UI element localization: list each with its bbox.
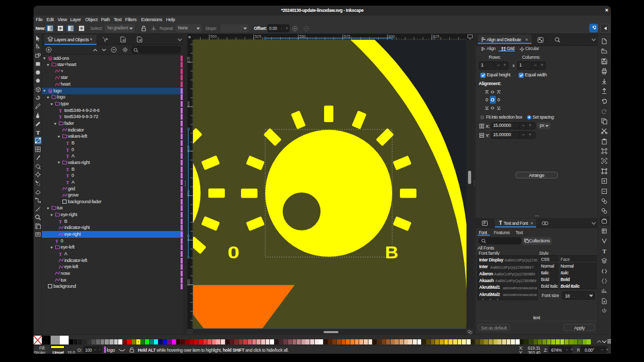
svg-text:500: 500: [187, 279, 191, 286]
svg-text:500: 500: [210, 34, 217, 39]
svg-text:T: T: [59, 252, 62, 256]
svg-text:T: T: [59, 219, 62, 223]
svg-text:400: 400: [187, 101, 191, 108]
svg-text:T: T: [66, 141, 69, 145]
svg-text:525: 525: [255, 34, 262, 39]
svg-text:T: T: [66, 167, 69, 171]
svg-text:375: 375: [187, 57, 191, 63]
svg-text:475: 475: [187, 235, 191, 241]
svg-text:T: T: [59, 114, 62, 119]
svg-text:450: 450: [187, 190, 191, 197]
svg-text:T: T: [36, 129, 40, 135]
svg-text:0: 0: [228, 243, 239, 262]
svg-text:625: 625: [433, 34, 440, 39]
svg-text:B: B: [385, 243, 398, 262]
svg-text:T: T: [66, 154, 69, 158]
svg-text:T: T: [66, 147, 69, 152]
svg-text:T: T: [59, 108, 62, 112]
svg-text:T: T: [66, 173, 69, 177]
svg-text:T: T: [55, 239, 58, 243]
svg-text:425: 425: [187, 146, 191, 153]
svg-text:T: T: [603, 248, 607, 254]
svg-text:T: T: [66, 180, 69, 184]
